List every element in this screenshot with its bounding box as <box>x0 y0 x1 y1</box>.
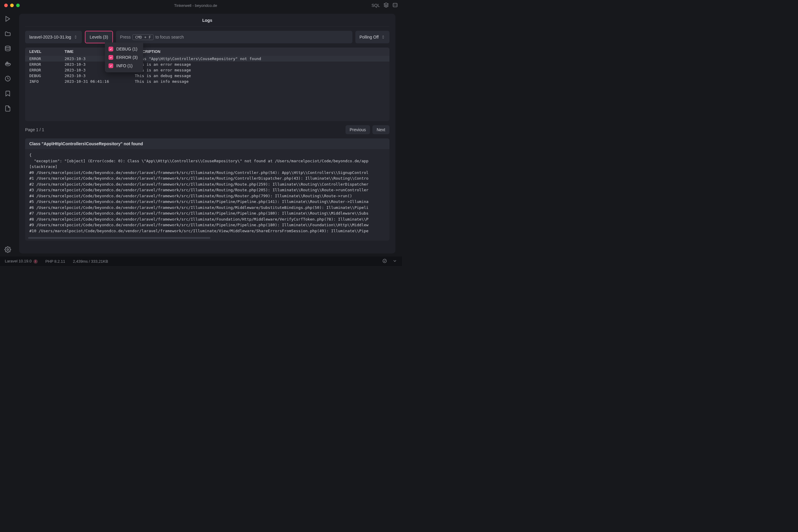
log-table: LEVEL TIME DESCRIPTION ERROR2023-10-3Cla… <box>25 48 390 121</box>
svg-marker-2 <box>6 16 10 21</box>
docker-icon[interactable] <box>4 60 11 67</box>
status-perf: 2,439ms / 333,21KB <box>73 259 108 264</box>
svg-point-10 <box>383 259 386 263</box>
cell-desc: This is an error message <box>135 62 385 66</box>
window-title: Tinkerwell - beyondco.de <box>20 3 372 8</box>
table-row[interactable]: INFO2023-10-31 06:41:16This is an info m… <box>25 79 390 84</box>
run-icon[interactable] <box>4 16 11 22</box>
search-hint-suffix: to focus search <box>155 35 184 39</box>
cell-level: DEBUG <box>29 74 64 78</box>
cell-level: ERROR <box>29 62 64 66</box>
cell-level: ERROR <box>29 56 64 61</box>
cell-desc: This is an error message <box>135 68 385 72</box>
log-file-selector[interactable]: laravel-2023-10-31.log <box>25 31 82 43</box>
levels-option[interactable]: DEBUG (1) <box>108 45 140 53</box>
checkbox-checked-icon <box>109 46 113 52</box>
levels-label: Levels (3) <box>90 35 108 39</box>
close-window-button[interactable] <box>4 4 8 7</box>
database-icon[interactable] <box>4 45 11 52</box>
search-kbd: CMD + F <box>132 34 154 40</box>
levels-option[interactable]: ERROR (3) <box>108 53 140 61</box>
svg-rect-7 <box>6 62 8 63</box>
logs-card: Logs laravel-2023-10-31.log Levels (3) P… <box>19 14 395 253</box>
cell-time: 2023-10-3 <box>64 74 135 78</box>
cell-time: 2023-10-31 06:41:16 <box>64 79 135 84</box>
table-header: LEVEL TIME DESCRIPTION <box>25 48 390 56</box>
status-framework: Laravel 10.19.0i <box>5 259 38 264</box>
th-level: LEVEL <box>29 50 64 54</box>
info-badge-icon[interactable]: i <box>34 260 38 264</box>
status-php: PHP 8.2.11 <box>45 259 65 264</box>
log-file-label: laravel-2023-10-31.log <box>29 35 71 39</box>
cell-desc: This is an debug message <box>135 74 385 78</box>
levels-option[interactable]: INFO (1) <box>108 61 140 70</box>
sql-button[interactable]: SQL <box>372 3 380 8</box>
page-label: Page 1 / 1 <box>25 127 44 132</box>
card-title: Logs <box>25 14 390 26</box>
search-field[interactable]: Press CMD + F to focus search <box>116 31 353 43</box>
table-row[interactable]: ERROR2023-10-3This is an error message <box>25 67 390 73</box>
levels-option-label: DEBUG (1) <box>116 46 137 52</box>
maximize-window-button[interactable] <box>16 4 20 7</box>
clock-icon[interactable] <box>4 75 11 82</box>
levels-dropdown: DEBUG (1)ERROR (3)INFO (1) <box>105 42 143 72</box>
levels-option-label: ERROR (3) <box>116 55 138 60</box>
table-row[interactable]: DEBUG2023-10-3This is an debug message <box>25 73 390 79</box>
status-check-icon[interactable] <box>382 259 387 264</box>
checkbox-checked-icon <box>109 55 113 60</box>
code-block-icon[interactable] <box>393 2 398 9</box>
levels-option-label: INFO (1) <box>116 63 132 68</box>
log-detail: Class "App\Http\Controllers\CouseReposit… <box>25 138 390 241</box>
polling-toggle[interactable]: Polling Off <box>355 31 390 43</box>
polling-label: Polling Off <box>360 35 379 39</box>
detail-body[interactable]: { "exception": "[object] (Error(code: 0)… <box>25 149 390 236</box>
titlebar: Tinkerwell - beyondco.de SQL <box>0 0 402 11</box>
cell-desc: Class "App\Http\Controllers\CouseReposit… <box>135 56 385 61</box>
layers-icon[interactable] <box>383 2 389 9</box>
svg-point-9 <box>7 249 9 250</box>
levels-filter-button[interactable]: Levels (3) <box>85 31 113 43</box>
checkbox-checked-icon <box>109 63 113 68</box>
cell-desc: This is an info message <box>135 79 385 84</box>
svg-point-3 <box>5 46 11 48</box>
svg-marker-0 <box>384 3 388 5</box>
previous-button[interactable]: Previous <box>345 125 370 134</box>
horizontal-scrollbar[interactable] <box>28 237 210 239</box>
chevron-down-icon[interactable] <box>393 259 397 264</box>
search-hint-prefix: Press <box>120 35 131 39</box>
th-desc: DESCRIPTION <box>135 50 385 54</box>
cell-level: ERROR <box>29 68 64 72</box>
status-bar: Laravel 10.19.0i PHP 8.2.11 2,439ms / 33… <box>0 256 402 266</box>
window-controls <box>4 4 20 7</box>
table-row[interactable]: ERROR2023-10-3Class "App\Http\Controller… <box>25 56 390 61</box>
next-button[interactable]: Next <box>373 125 390 134</box>
pagination: Page 1 / 1 Previous Next <box>19 121 395 134</box>
sidebar <box>0 11 16 256</box>
settings-icon[interactable] <box>4 246 11 253</box>
detail-title: Class "App\Http\Controllers\CouseReposit… <box>25 138 390 149</box>
logs-toolbar: laravel-2023-10-31.log Levels (3) Press … <box>19 26 395 43</box>
folder-icon[interactable] <box>4 31 11 37</box>
cell-level: INFO <box>29 79 64 84</box>
minimize-window-button[interactable] <box>10 4 14 7</box>
bookmark-icon[interactable] <box>4 90 11 97</box>
table-row[interactable]: ERROR2023-10-3This is an error message <box>25 61 390 67</box>
document-icon[interactable] <box>4 105 11 112</box>
